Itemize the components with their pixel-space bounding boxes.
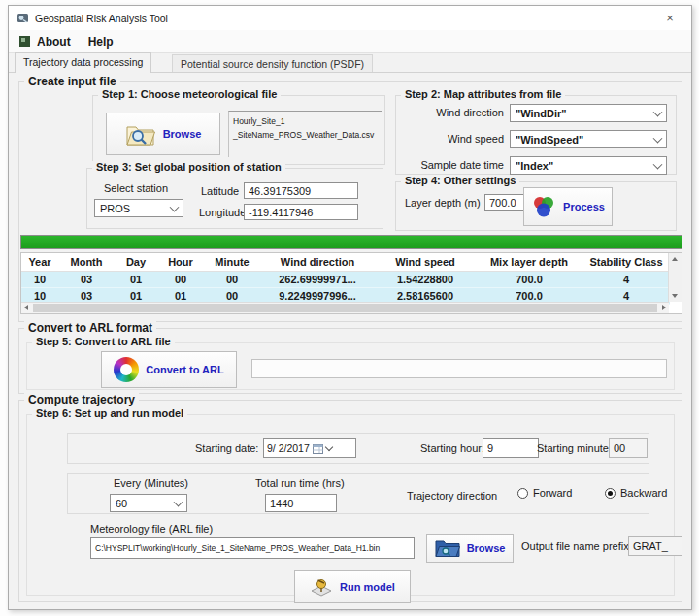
sample-date-time-select[interactable]: "Index" bbox=[510, 156, 667, 175]
met-file-path-field[interactable]: C:\HYSPLIT\working\Hourly_Site_1_SiteNam… bbox=[90, 537, 415, 559]
col-minute[interactable]: Minute bbox=[204, 253, 260, 272]
met-file-label: Meteorology file (ARL file) bbox=[90, 523, 213, 535]
station-select[interactable]: PROS bbox=[94, 199, 183, 217]
col-wind-direction[interactable]: Wind direction bbox=[260, 253, 375, 272]
close-icon[interactable]: × bbox=[656, 11, 683, 25]
total-run-time-label: Total run time (hrs) bbox=[255, 477, 345, 489]
every-minutes-value: 60 bbox=[116, 498, 127, 509]
scroll-left-icon[interactable] bbox=[24, 305, 28, 310]
calendar-icon bbox=[313, 443, 323, 454]
output-prefix-label: Output file name prefix bbox=[521, 540, 629, 552]
scroll-up-icon[interactable] bbox=[672, 257, 678, 261]
wind-direction-select[interactable]: "WindDir" bbox=[510, 104, 667, 122]
radio-forward[interactable]: Forward bbox=[517, 487, 572, 499]
wind-direction-label: Wind direction bbox=[395, 107, 504, 118]
process-button-label: Process bbox=[563, 201, 605, 212]
output-prefix-field[interactable]: GRAT_ bbox=[628, 536, 682, 556]
scroll-right-icon[interactable] bbox=[662, 305, 666, 310]
title-bar: Geospatial Risk Analysis Tool × bbox=[9, 6, 691, 30]
cell: 03 bbox=[58, 272, 115, 288]
trajectory-direction-label: Trajectory direction bbox=[407, 490, 497, 502]
horizontal-scrollbar[interactable] bbox=[21, 302, 669, 313]
tab-trajectory-data-processing[interactable]: Trajectory data processing bbox=[15, 52, 151, 73]
select-station-label: Select station bbox=[104, 182, 168, 194]
screenshot-stage: Geospatial Risk Analysis Tool × About He… bbox=[0, 0, 699, 616]
starting-date-value: 9/ 2/2017 bbox=[267, 442, 310, 454]
run-model-button[interactable]: Run model bbox=[294, 570, 411, 603]
radio-circle-icon bbox=[605, 488, 616, 499]
browse-met-file-button[interactable]: Browse bbox=[106, 113, 220, 155]
process-button[interactable]: Process bbox=[523, 187, 613, 226]
table-row[interactable]: 10 03 01 00 00 262.69999971... 1.5422880… bbox=[21, 272, 670, 288]
step2-title: Step 2: Map attributes from file bbox=[401, 88, 565, 100]
chevron-down-icon bbox=[653, 133, 663, 143]
cell: 00 bbox=[204, 272, 260, 288]
file-name-line2: _SiteName_PROS_Weather_Data.csv bbox=[233, 128, 382, 142]
step6-title: Step 6: Set up and run model bbox=[32, 407, 187, 419]
chevron-down-icon bbox=[170, 202, 180, 211]
sample-date-time-value: "Index" bbox=[516, 160, 553, 172]
every-minutes-label: Every (Minutes) bbox=[114, 477, 188, 489]
col-wind-speed[interactable]: Wind speed bbox=[375, 253, 476, 272]
processing-progress-bar bbox=[20, 235, 682, 249]
latitude-field[interactable]: 46.39175309 bbox=[244, 182, 358, 199]
tab-strip: Trajectory data processing Potential sou… bbox=[9, 52, 691, 73]
cell: 4 bbox=[582, 272, 670, 288]
starting-minute-field[interactable]: 00 bbox=[609, 438, 648, 458]
cell: 10 bbox=[21, 272, 58, 288]
every-minutes-select[interactable]: 60 bbox=[110, 494, 187, 512]
starting-hour-field[interactable]: 9 bbox=[483, 438, 539, 458]
selected-file-label: Hourly_Site_1 _SiteName_PROS_Weather_Dat… bbox=[228, 111, 382, 157]
latitude-label: Latitude bbox=[201, 185, 239, 197]
col-hour[interactable]: Hour bbox=[157, 253, 204, 272]
step3-title: Step 3: Set global position of station bbox=[92, 161, 285, 173]
process-circles-icon bbox=[531, 195, 556, 218]
data-grid: Year Month Day Hour Minute Wind directio… bbox=[21, 253, 670, 305]
col-year[interactable]: Year bbox=[21, 253, 58, 272]
browse-arl-file-button[interactable]: Browse bbox=[426, 534, 514, 563]
wind-speed-label: Wind speed bbox=[395, 133, 504, 145]
sample-date-time-label: Sample date time bbox=[395, 159, 504, 171]
backward-label: Backward bbox=[620, 487, 667, 499]
cell: 700.0 bbox=[476, 272, 582, 288]
weather-data-table: Year Month Day Hour Minute Wind directio… bbox=[20, 252, 682, 314]
group-title: Convert to ARL format bbox=[24, 321, 156, 335]
wind-direction-value: "WindDir" bbox=[516, 108, 567, 119]
col-month[interactable]: Month bbox=[58, 253, 115, 272]
starting-date-label: Starting date: bbox=[195, 442, 258, 454]
step5-title: Step 5: Convert to ARL file bbox=[32, 336, 175, 347]
tab-psdf[interactable]: Potential source density function (PSDF) bbox=[172, 54, 373, 73]
chevron-down-icon bbox=[325, 443, 333, 451]
forward-label: Forward bbox=[533, 487, 572, 499]
blue-folder-icon bbox=[435, 538, 460, 558]
convert-to-arl-button[interactable]: Convert to ARL bbox=[101, 351, 237, 388]
starting-date-picker[interactable]: 9/ 2/2017 bbox=[263, 438, 356, 458]
col-mix-layer-depth[interactable]: Mix layer depth bbox=[476, 253, 582, 272]
vertical-scrollbar[interactable] bbox=[668, 253, 682, 302]
col-day[interactable]: Day bbox=[115, 253, 157, 272]
browse-arl-label: Browse bbox=[467, 542, 506, 554]
wind-speed-select[interactable]: "WindSpeed" bbox=[510, 130, 667, 148]
cell: 00 bbox=[157, 272, 204, 288]
group-title: Create input file bbox=[24, 75, 120, 88]
col-stability-class[interactable]: Stability Class bbox=[582, 253, 670, 272]
wind-speed-value: "WindSpeed" bbox=[516, 134, 583, 146]
total-run-time-field[interactable]: 1440 bbox=[265, 494, 337, 512]
longitude-label: Longitude bbox=[199, 207, 246, 218]
radio-backward[interactable]: Backward bbox=[605, 487, 667, 499]
scrollbar-thumb[interactable] bbox=[33, 304, 657, 312]
run-model-icon bbox=[310, 576, 333, 598]
color-wheel-icon bbox=[114, 357, 139, 382]
window-title: Geospatial Risk Analysis Tool bbox=[35, 13, 168, 24]
app-window: Geospatial Risk Analysis Tool × About He… bbox=[8, 5, 692, 610]
menu-about[interactable]: About bbox=[31, 35, 83, 49]
file-name-line1: Hourly_Site_1 bbox=[233, 114, 382, 128]
cell: 262.69999971... bbox=[260, 272, 375, 288]
folder-search-icon bbox=[125, 121, 156, 146]
menu-help[interactable]: Help bbox=[83, 35, 125, 49]
longitude-field[interactable]: -119.4117946 bbox=[244, 204, 358, 220]
group-title: Compute trajectory bbox=[24, 393, 139, 406]
starting-minute-label: Starting minute: bbox=[537, 442, 612, 454]
scroll-down-icon[interactable] bbox=[672, 294, 678, 298]
chevron-down-icon bbox=[653, 159, 663, 169]
